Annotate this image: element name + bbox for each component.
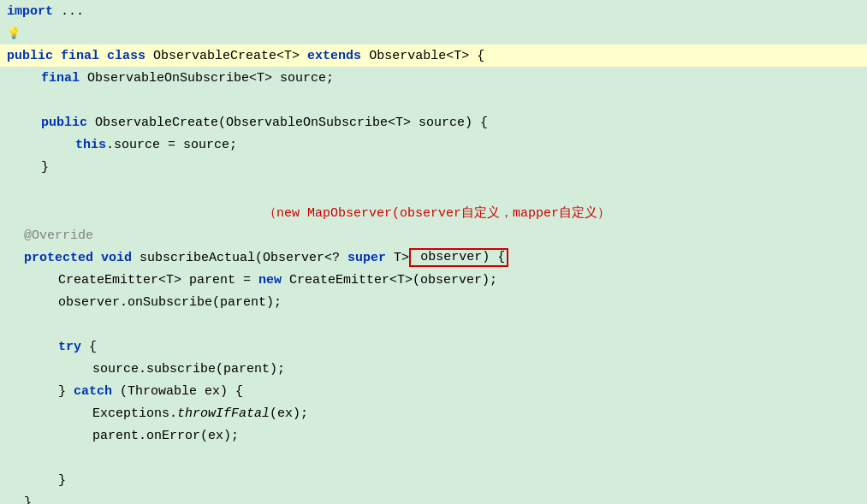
on-error-text: parent.onError(ex); [92, 429, 239, 443]
red-comment-text: （new MapObserver(observer自定义，mapper自定义） [264, 205, 610, 221]
this-source-text: this.source = source; [75, 138, 237, 152]
line-blank5 [0, 447, 867, 469]
line-override: @Override [0, 224, 867, 246]
constructor-text: public ObservableCreate(ObservableOnSubs… [41, 116, 488, 130]
observer-box: observer) { [409, 248, 508, 267]
line-on-subscribe: observer.onSubscribe(parent); [0, 291, 867, 313]
line-close-constructor: } [0, 156, 867, 178]
line-close-try: } [0, 469, 867, 491]
catch-text: } catch (Throwable ex) { [58, 384, 243, 399]
line-close-class: } [0, 491, 867, 504]
class-decl-text: public final class ObservableCreate<T> e… [7, 49, 484, 63]
line-subscribe-actual: protected void subscribeActual(Observer<… [0, 246, 867, 269]
source-subscribe-text: source.subscribe(parent); [92, 362, 285, 377]
try-text: try { [58, 340, 97, 354]
line-try: try { [0, 335, 867, 358]
line-blank1: 💡 [0, 22, 867, 44]
line-on-error: parent.onError(ex); [0, 424, 867, 447]
line-create-emitter: CreateEmitter<T> parent = new CreateEmit… [0, 269, 867, 291]
close-constructor-text: } [41, 160, 49, 175]
line-import: import ... [0, 0, 867, 22]
line-source-subscribe: source.subscribe(parent); [0, 358, 867, 380]
close-try-text: } [58, 473, 66, 488]
field-text: final ObservableOnSubscribe<T> source; [41, 71, 334, 86]
line-field: final ObservableOnSubscribe<T> source; [0, 67, 867, 89]
lightbulb-icon: 💡 [7, 27, 21, 40]
on-subscribe-text: observer.onSubscribe(parent); [58, 295, 282, 310]
override-text: @Override [24, 228, 93, 243]
throw-fatal-text: Exceptions.throwIfFatal(ex); [92, 406, 308, 421]
line-red-comment: （new MapObserver(observer自定义，mapper自定义） [0, 200, 867, 224]
line-blank2 [0, 89, 867, 111]
create-emitter-text: CreateEmitter<T> parent = new CreateEmit… [58, 273, 497, 288]
line-throw-fatal: Exceptions.throwIfFatal(ex); [0, 402, 867, 424]
line-this-source: this.source = source; [0, 133, 867, 156]
line-blank4 [0, 313, 867, 335]
line-class-decl: public final class ObservableCreate<T> e… [0, 44, 867, 67]
line-catch: } catch (Throwable ex) { [0, 380, 867, 402]
subscribe-actual-text: protected void subscribeActual(Observer<… [24, 251, 409, 265]
line-blank3 [0, 178, 867, 200]
close-class-text: } [24, 495, 32, 505]
code-container: import ... 💡 public final class Observab… [0, 0, 867, 504]
import-text: import ... [7, 4, 84, 19]
line-constructor: public ObservableCreate(ObservableOnSubs… [0, 111, 867, 133]
